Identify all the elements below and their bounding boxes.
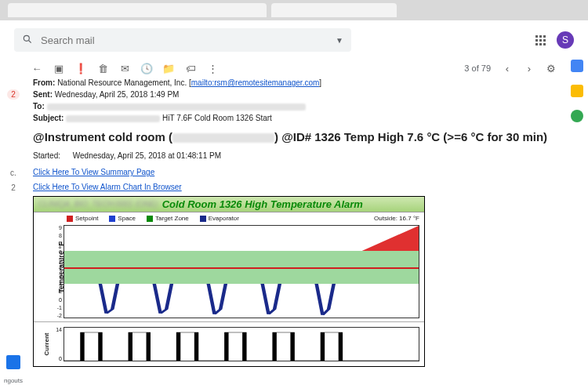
chart-system-name: CLINIQA_BIO_TECH:0001 (ONE) (38, 200, 158, 209)
badge: 2 (7, 89, 20, 100)
tasks-icon[interactable] (571, 110, 583, 122)
avatar[interactable]: S (557, 31, 574, 49)
mark-unread-icon[interactable]: ✉ (119, 63, 130, 74)
y-ticks-2: 140 (53, 327, 62, 361)
snooze-icon[interactable]: 🕓 (141, 63, 152, 74)
temperature-chart: Setpoint Space Target Zone Evaporator Ou… (34, 212, 424, 322)
email-body: From: National Resource Management, Inc.… (27, 77, 588, 384)
message-count: 3 of 79 (464, 64, 491, 73)
search-options-dropdown[interactable]: ▼ (336, 36, 343, 45)
prev-icon[interactable]: ‹ (502, 63, 513, 74)
sent-value: Wednesday, April 25, 2018 1:49 PM (55, 90, 180, 99)
chart-title-bar: CLINIQA_BIO_TECH:0001 (ONE) Cold Room 13… (34, 197, 424, 212)
left-sidebar: 2 c. 2 ngouts (0, 77, 27, 384)
apps-icon[interactable] (535, 35, 546, 45)
report-spam-icon[interactable]: ❗ (75, 63, 86, 74)
archive-icon[interactable]: ▣ (53, 63, 64, 74)
more-icon[interactable]: ⋮ (207, 63, 218, 74)
subject-label: Subject: (33, 114, 64, 122)
settings-icon[interactable]: ⚙ (546, 63, 557, 74)
toolbar: ← ▣ ❗ 🗑 ✉ 🕓 📁 🏷 ⋮ 3 of 79 ‹ › ⚙ (0, 60, 588, 77)
browser-tab[interactable] (8, 3, 267, 17)
email-headers: From: National Resource Management, Inc.… (33, 77, 575, 124)
search-icon (22, 34, 33, 47)
next-icon[interactable]: › (524, 63, 535, 74)
calendar-icon[interactable] (571, 60, 583, 72)
browser-tabs (0, 0, 588, 20)
delete-icon[interactable]: 🗑 (97, 63, 108, 74)
y-ticks: 9876543210-1-2 (53, 225, 62, 318)
subject-suffix: HiT 7.6F Cold Room 1326 Start (162, 114, 272, 122)
move-to-icon[interactable]: 📁 (163, 63, 174, 74)
subject-redacted (66, 115, 160, 122)
from-name: National Resource Management, Inc. [ (57, 78, 191, 87)
hangouts-label: ngouts (4, 377, 23, 384)
keep-icon[interactable] (571, 85, 583, 97)
from-mail-link[interactable]: mailto:rsm@remotesitemanager.com (191, 78, 320, 87)
chart-legend: Setpoint Space Target Zone Evaporator (67, 215, 239, 222)
to-label: To: (33, 102, 45, 111)
svg-point-0 (24, 35, 29, 41)
sidebar-text: c. (10, 169, 16, 177)
alarm-title: @Instrument cold room () @ID# 1326 Temp … (33, 130, 575, 143)
started-value: Wednesday, April 25, 2018 at 01:48:11 PM (73, 151, 221, 160)
summary-link[interactable]: Click Here To View Summary Page (33, 168, 154, 176)
started-label: Started: (33, 151, 71, 160)
sent-label: Sent: (33, 90, 53, 99)
sidebar-text: 2 (11, 183, 16, 192)
search-row: ▼ S (0, 20, 588, 60)
outside-temp: Outside: 16.7 °F (374, 215, 419, 222)
chart-title: Cold Room 1326 High Temperature Alarm (162, 198, 363, 210)
from-label: From: (33, 78, 55, 87)
back-icon[interactable]: ← (31, 63, 42, 74)
chart: CLINIQA_BIO_TECH:0001 (ONE) Cold Room 13… (33, 196, 425, 367)
current-chart: Current 140 (34, 322, 424, 366)
plot-area-2 (64, 327, 419, 361)
started-row: Started: Wednesday, April 25, 2018 at 01… (33, 151, 575, 160)
plot-area (64, 225, 419, 318)
labels-icon[interactable]: 🏷 (185, 63, 196, 74)
search-input[interactable] (41, 34, 343, 46)
browser-tab[interactable] (271, 3, 397, 17)
to-redacted (47, 103, 306, 111)
browser-link[interactable]: Click Here To View Alarm Chart In Browse… (33, 183, 182, 191)
y-axis-label-2: Current (43, 333, 50, 356)
side-panel (571, 60, 583, 122)
new-chat-button[interactable] (6, 355, 20, 369)
svg-line-1 (29, 40, 31, 42)
search-mail[interactable]: ▼ (14, 28, 351, 52)
